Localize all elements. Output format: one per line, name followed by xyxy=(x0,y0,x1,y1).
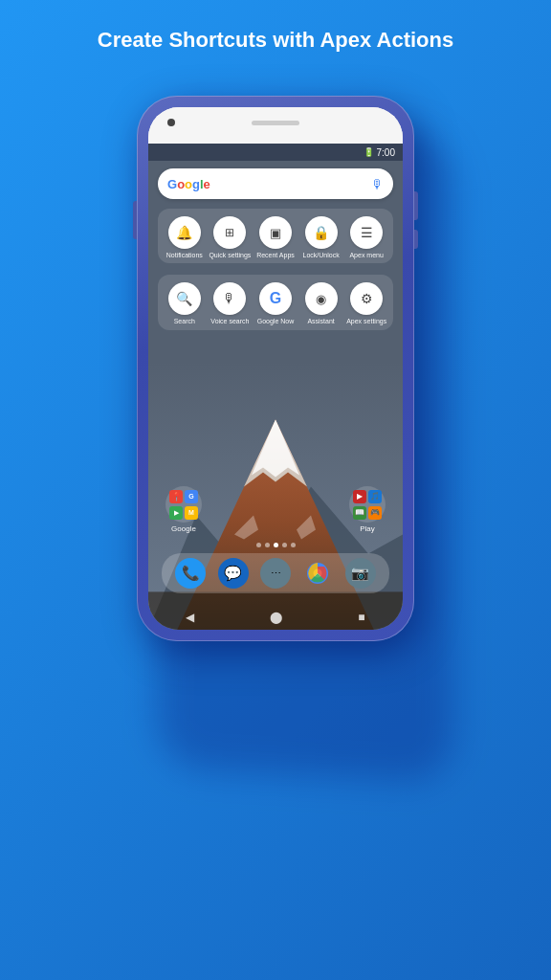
phone-screen: 🔋 7:00 Google 🎙 🔔 xyxy=(148,144,403,630)
recents-button[interactable]: ■ xyxy=(358,611,364,624)
search-icon: 🔍 xyxy=(168,282,201,315)
apex-settings-label: Apex settings xyxy=(346,318,386,325)
google-folder-label: Google xyxy=(171,524,196,533)
search-icon-item[interactable]: 🔍 Search xyxy=(163,282,207,325)
google-now-icon: G xyxy=(259,282,292,315)
google-folder-icon: 📍 G ▶ M xyxy=(165,486,202,523)
messages-dock-icon[interactable]: 💬 xyxy=(218,558,249,589)
apps-dock-icon[interactable]: ⋯ xyxy=(260,558,291,589)
quick-settings-icon: ⊞ xyxy=(213,216,246,249)
apex-menu-icon-item[interactable]: ☰ Apex menu xyxy=(344,216,388,259)
lock-unlock-icon: 🔒 xyxy=(305,216,338,249)
quick-settings-icon-item[interactable]: ⊞ Quick settings xyxy=(208,216,252,259)
shortcut-row-2: 🔍 Search 🎙 Voice search G Google Now xyxy=(158,275,393,329)
recent-apps-icon: ▣ xyxy=(259,216,292,249)
dot-5 xyxy=(291,543,296,547)
camera-dock-icon[interactable]: 📷 xyxy=(345,558,376,589)
play-folder-label: Play xyxy=(360,524,375,533)
notification-icon-item[interactable]: 🔔 Notifications xyxy=(163,216,207,259)
search-label: Search xyxy=(174,318,195,325)
page-title: Create Shortcuts with Apex Actions xyxy=(0,0,551,72)
page-indicators xyxy=(158,543,393,547)
screen-content: Google 🎙 🔔 Notifications ⊞ Quick setting… xyxy=(148,161,403,605)
back-button[interactable]: ◀ xyxy=(186,611,194,624)
assistant-icon-item[interactable]: ◉ Assistant xyxy=(299,282,343,325)
voice-search-label: Voice search xyxy=(210,318,249,325)
notifications-icon: 🔔 xyxy=(168,216,201,249)
phone-outer-shell: 🔋 7:00 Google 🎙 🔔 xyxy=(137,96,414,641)
lock-unlock-icon-item[interactable]: 🔒 Lock/Unlock xyxy=(299,216,343,259)
status-bar: 🔋 7:00 xyxy=(148,144,403,161)
play-folder[interactable]: ▶ 🎵 📖 🎮 Play xyxy=(349,486,386,533)
quick-settings-label: Quick settings xyxy=(209,252,251,259)
app-dock: 📞 💬 ⋯ 📷 xyxy=(162,553,389,593)
assistant-label: Assistant xyxy=(307,318,334,325)
phone-dock-icon[interactable]: 📞 xyxy=(175,558,206,589)
dot-3-active xyxy=(274,543,278,547)
mic-icon[interactable]: 🎙 xyxy=(371,177,384,191)
phone-top-bar xyxy=(148,107,403,144)
lock-unlock-label: Lock/Unlock xyxy=(303,252,340,259)
dot-2 xyxy=(265,543,270,547)
status-time: 7:00 xyxy=(377,147,395,158)
apex-menu-icon: ☰ xyxy=(350,216,383,249)
google-now-label: Google Now xyxy=(257,318,295,325)
volume-left-button xyxy=(133,201,137,239)
home-button[interactable]: ⬤ xyxy=(270,611,282,624)
dot-1 xyxy=(256,543,261,547)
battery-icon: 🔋 xyxy=(364,147,374,157)
phone-speaker xyxy=(252,121,299,125)
google-folder[interactable]: 📍 G ▶ M Google xyxy=(165,486,202,533)
shortcut-row-1: 🔔 Notifications ⊞ Quick settings ▣ Recen… xyxy=(158,209,393,263)
play-folder-icon: ▶ 🎵 📖 🎮 xyxy=(349,486,386,523)
recent-apps-icon-item[interactable]: ▣ Recent Apps xyxy=(253,216,298,259)
camera-lens xyxy=(167,119,175,126)
apex-settings-icon-item[interactable]: ⚙ Apex settings xyxy=(344,282,388,325)
apex-menu-label: Apex menu xyxy=(349,252,383,259)
recent-apps-label: Recent Apps xyxy=(256,252,295,259)
phone-bezel: 🔋 7:00 Google 🎙 🔔 xyxy=(148,107,403,630)
volume-button xyxy=(414,230,418,249)
dot-4 xyxy=(282,543,287,547)
assistant-icon: ◉ xyxy=(305,282,338,315)
folder-row: 📍 G ▶ M Google ▶ 🎵 📖 xyxy=(158,486,393,533)
google-logo: Google xyxy=(167,177,210,191)
google-search-bar[interactable]: Google 🎙 xyxy=(158,168,393,199)
voice-search-icon: 🎙 xyxy=(213,282,246,315)
voice-search-icon-item[interactable]: 🎙 Voice search xyxy=(208,282,252,325)
apex-settings-icon: ⚙ xyxy=(350,282,383,315)
chrome-dock-icon[interactable] xyxy=(302,558,333,589)
phone-device: 🔋 7:00 Google 🎙 🔔 xyxy=(137,96,414,641)
notifications-label: Notifications xyxy=(166,252,203,259)
google-now-icon-item[interactable]: G Google Now xyxy=(253,282,298,325)
power-button xyxy=(414,191,418,220)
